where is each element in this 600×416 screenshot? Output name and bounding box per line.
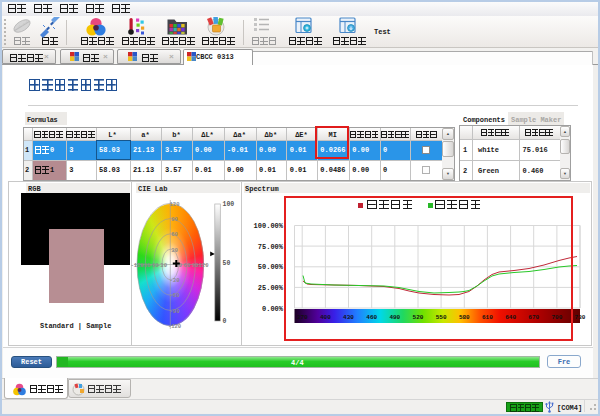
svg-text:90: 90: [171, 216, 178, 223]
svg-text:-120: -120: [168, 323, 181, 330]
svg-text:60: 60: [171, 231, 178, 238]
svg-text:30: 30: [171, 247, 178, 254]
svg-text:90: 90: [192, 262, 199, 269]
svg-text:0: 0: [223, 318, 227, 325]
svg-text:50: 50: [223, 260, 231, 267]
svg-text:-60: -60: [170, 292, 180, 299]
svg-text:-30: -30: [170, 277, 180, 284]
svg-text:-90: -90: [170, 308, 180, 315]
svg-text:100: 100: [223, 201, 235, 208]
svg-text:60: 60: [184, 262, 191, 269]
svg-text:730: 730: [575, 314, 586, 321]
svg-text:120: 120: [199, 262, 209, 269]
svg-text:120: 120: [170, 201, 180, 208]
svg-text:-30: -30: [157, 262, 167, 269]
